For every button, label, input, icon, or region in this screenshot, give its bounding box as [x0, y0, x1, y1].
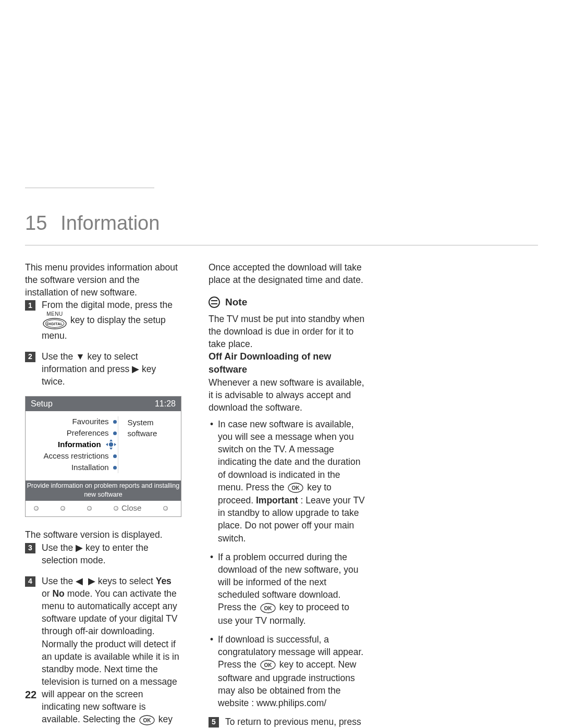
dot-icon — [113, 431, 117, 435]
step-1-text-a: From the digital mode, press the — [42, 300, 173, 310]
svg-marker-4 — [109, 439, 113, 441]
chapter-number: 15 — [25, 212, 47, 235]
svg-marker-7 — [114, 443, 116, 446]
osd-time: 11:28 — [155, 398, 176, 410]
note-icon — [209, 297, 220, 308]
intro-paragraph: This menu provides information about the… — [25, 261, 181, 299]
osd-header: Setup 11:28 — [26, 397, 181, 411]
dpad-icon — [105, 439, 117, 451]
step-4-text-c: or — [42, 588, 52, 599]
osd-item-access: Access restrictions — [44, 451, 109, 462]
step-1-number: 1 — [25, 300, 35, 311]
osd-item-preferences: Preferences — [67, 428, 109, 439]
column-right: Once accepted the download will take pla… — [209, 261, 365, 728]
step-2: 2 Use the ▼ key to select information an… — [25, 350, 181, 388]
osd-close: Close — [114, 503, 141, 514]
osd-item-favourites: Favourites — [72, 416, 109, 427]
step-4-number: 4 — [25, 576, 35, 587]
svg-text:DIGITAL: DIGITAL — [46, 322, 63, 326]
svg-point-3 — [108, 442, 113, 447]
footer-dot-icon — [60, 506, 65, 511]
svg-text:OK: OK — [292, 485, 300, 491]
osd-item-information: Information — [58, 439, 101, 450]
page-number: 22 — [25, 689, 36, 701]
step-4-text-a: Use the — [42, 576, 76, 586]
step-2-body: Use the ▼ key to select information and … — [42, 350, 181, 388]
step-3-body: Use the ▶ key to enter the selection mod… — [42, 541, 181, 566]
step-4-body: Use the ◀ ▶ keys to select Yes or No mod… — [42, 575, 181, 728]
ok-key-icon: OK — [260, 602, 276, 614]
right-arrow-icon: ▶ — [88, 576, 95, 586]
after-osd-text: The software version is displayed. — [25, 528, 181, 541]
footer-dot-icon — [114, 506, 118, 511]
step-4-yes: Yes — [156, 576, 172, 586]
note-heading: Note — [209, 295, 365, 309]
rule-top — [25, 188, 154, 188]
step-1-body: From the digital mode, press the MENU DI… — [42, 299, 181, 341]
bullet-1-important: Important — [256, 495, 298, 505]
osd-title: Setup — [31, 398, 53, 410]
osd-body: Favourites Preferences Information — [26, 411, 181, 480]
step-2-text-a: Use the — [42, 351, 76, 362]
dot-icon — [113, 466, 117, 470]
step-3: 3 Use the ▶ key to enter the selection m… — [25, 541, 181, 566]
step-4-text-d: mode. You can activate the menu to autom… — [42, 588, 179, 724]
bullet-list: In case new software is available, you w… — [209, 418, 365, 709]
osd-right-text: System software — [128, 418, 157, 438]
osd-close-label: Close — [121, 503, 141, 514]
right-arrow-icon: ▶ — [132, 364, 139, 374]
right-arrow-icon: ▶ — [76, 542, 83, 553]
menu-label: MENU — [46, 312, 63, 317]
ok-key-icon: OK — [139, 714, 155, 726]
dot-icon — [113, 454, 117, 458]
svg-text:OK: OK — [143, 717, 151, 723]
step-3-text-a: Use the — [42, 542, 76, 553]
osd-hint: Provide information on problem reports a… — [26, 480, 181, 501]
svg-text:OK: OK — [264, 662, 272, 668]
column-left: This menu provides information about the… — [25, 261, 181, 728]
step-3-number: 3 — [25, 543, 35, 553]
step-2-number: 2 — [25, 352, 35, 362]
bullet-2: If a problem occurred during the downloa… — [209, 551, 365, 627]
rule-under — [25, 245, 538, 245]
note-body: The TV must be put into standby when the… — [209, 313, 365, 350]
osd-footer: Close — [26, 501, 181, 517]
step-4: 4 Use the ◀ ▶ keys to select Yes or No m… — [25, 575, 181, 728]
ok-key-icon: OK — [288, 482, 303, 494]
ok-key-icon: OK — [260, 659, 276, 671]
svg-point-10 — [209, 297, 219, 307]
down-arrow-icon: ▼ — [76, 351, 84, 362]
step-5: 5 To return to previous menu, press the … — [209, 715, 365, 728]
footer-dot-icon — [87, 506, 92, 511]
dot-icon — [113, 420, 117, 424]
step-5-number: 5 — [209, 717, 219, 727]
bullet-3: If download is successful, a congratulat… — [209, 633, 365, 709]
svg-text:OK: OK — [264, 605, 272, 611]
svg-marker-5 — [109, 448, 113, 450]
step-5-text-a: To return to previous menu, press the — [225, 717, 361, 728]
footer-dot-icon — [163, 506, 168, 511]
bullet-1: In case new software is available, you w… — [209, 418, 365, 545]
osd-screenshot: Setup 11:28 Favourites Preferences Infor… — [25, 396, 181, 517]
step-5-body: To return to previous menu, press the ◀ … — [225, 715, 365, 728]
osd-item-installation: Installation — [71, 462, 109, 473]
footer-dot-icon — [34, 506, 39, 511]
right-p1: Once accepted the download will take pla… — [209, 261, 365, 286]
osd-right-pane: System software — [118, 416, 178, 473]
osd-menu-list: Favourites Preferences Information — [29, 416, 118, 473]
digital-menu-key-icon: MENU DIGITAL — [43, 312, 67, 329]
offair-heading: Off Air Downloading of new software — [209, 350, 365, 376]
left-arrow-icon: ◀ — [76, 576, 83, 586]
chapter-heading: 15 Information — [25, 212, 538, 235]
svg-marker-6 — [106, 443, 108, 446]
step-1: 1 From the digital mode, press the MENU … — [25, 299, 181, 341]
offair-paragraph: Whenever a new software is available, it… — [209, 376, 365, 414]
step-4-no: No — [52, 588, 64, 599]
step-4-text-b: keys to select — [95, 576, 156, 586]
note-heading-text: Note — [225, 295, 247, 309]
chapter-title: Information — [60, 212, 160, 235]
